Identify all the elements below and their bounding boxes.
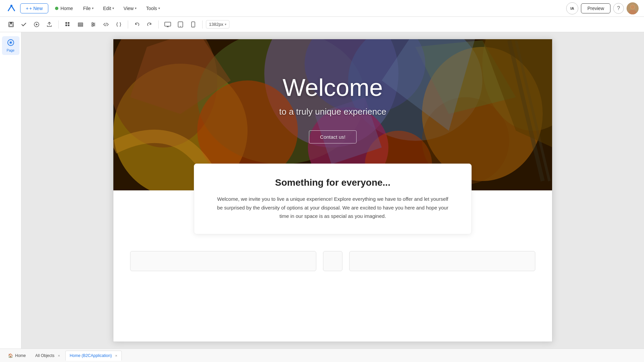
bottom-card-2 — [323, 251, 342, 271]
top-toolbar: + + New Home File ▾ Edit ▾ View ▾ Tools … — [0, 0, 644, 17]
new-button[interactable]: + + New — [20, 3, 48, 13]
ia-button[interactable]: IA — [566, 2, 578, 14]
user-avatar[interactable] — [627, 2, 639, 14]
canvas-area[interactable]: logo About Us History Options Orders Con… — [21, 32, 644, 349]
new-label: + New — [29, 6, 43, 11]
content-card: Something for everyone... Welcome, we in… — [194, 164, 472, 234]
separator — [202, 20, 203, 28]
chevron-down-icon: ▾ — [112, 6, 114, 10]
layers-tool[interactable] — [75, 19, 86, 30]
tab-all-objects-label: All Objects — [35, 353, 54, 358]
separator — [158, 20, 159, 28]
plus-icon: + — [26, 6, 29, 11]
content-text: Welcome, we invite you to live a unique … — [215, 195, 450, 221]
tab-current-label: Home (B2CApplication) — [70, 353, 112, 358]
second-toolbar: 1382px ▾ — [0, 17, 644, 32]
svg-point-21 — [93, 24, 95, 25]
redo-tool[interactable] — [144, 19, 155, 30]
bottom-card-3 — [349, 251, 535, 271]
separator — [128, 20, 128, 28]
tab-close-icon[interactable]: × — [58, 354, 60, 358]
tools-menu[interactable]: Tools ▾ — [143, 4, 163, 13]
svg-rect-10 — [65, 22, 67, 24]
tablet-view-tool[interactable] — [175, 19, 186, 30]
svg-rect-24 — [165, 22, 171, 26]
page-label: Page — [7, 49, 14, 52]
px-value: 1382px — [209, 22, 223, 27]
svg-marker-9 — [36, 23, 38, 25]
chevron-down-icon: ▾ — [158, 6, 160, 10]
tab-home-label: Home — [15, 353, 26, 358]
desktop-view-tool[interactable] — [162, 19, 173, 30]
site-bottom-section — [113, 244, 552, 278]
question-icon: ? — [617, 5, 620, 11]
home-label: Home — [60, 6, 73, 11]
bottom-card-1 — [130, 251, 316, 271]
hero-cta-button[interactable]: Contact us! — [309, 130, 357, 143]
grid-tool[interactable] — [62, 19, 73, 30]
canvas-size-display[interactable]: 1382px ▾ — [206, 20, 229, 28]
chevron-down-icon: ▾ — [225, 22, 226, 26]
home-icon: 🏠 — [8, 353, 13, 358]
main-layout: Page — [0, 32, 644, 349]
svg-point-22 — [92, 25, 93, 26]
svg-point-4 — [631, 5, 635, 9]
tab-close-icon[interactable]: × — [115, 354, 117, 358]
separator — [58, 20, 59, 28]
chevron-down-icon: ▾ — [92, 6, 94, 10]
svg-rect-13 — [68, 24, 69, 26]
app-logo — [5, 2, 17, 14]
bottom-tabbar: 🏠 Home All Objects × Home (B2CApplicatio… — [0, 349, 644, 362]
save-tool[interactable] — [5, 19, 17, 30]
home-indicator: Home — [51, 4, 77, 13]
tab-all-objects[interactable]: All Objects × — [31, 351, 64, 361]
content-title: Something for everyone... — [208, 177, 458, 188]
tab-current[interactable]: Home (B2CApplication) × — [65, 351, 122, 361]
svg-point-30 — [193, 26, 194, 26]
svg-line-23 — [106, 23, 106, 26]
export-tool[interactable] — [44, 19, 55, 30]
site-header: logo About Us History Options Orders Con… — [113, 39, 552, 39]
settings-tool[interactable] — [88, 19, 99, 30]
check-tool[interactable] — [18, 19, 30, 30]
page-icon — [7, 39, 14, 48]
svg-rect-16 — [78, 25, 83, 26]
chevron-down-icon: ▾ — [135, 6, 137, 10]
sidebar-item-page[interactable]: Page — [2, 36, 19, 55]
code-tool[interactable] — [100, 19, 112, 30]
view-menu[interactable]: View ▾ — [120, 4, 140, 13]
file-menu[interactable]: File ▾ — [80, 4, 97, 13]
home-status-dot — [55, 7, 58, 10]
svg-rect-6 — [10, 22, 12, 24]
edit-menu[interactable]: Edit ▾ — [100, 4, 117, 13]
svg-point-28 — [180, 26, 181, 26]
hero-title: Welcome — [283, 74, 383, 101]
preview-button[interactable]: Preview — [581, 3, 610, 13]
svg-point-0 — [10, 5, 12, 7]
svg-rect-14 — [78, 23, 83, 24]
sidebar: Page — [0, 32, 21, 349]
undo-tool[interactable] — [131, 19, 143, 30]
mobile-view-tool[interactable] — [187, 19, 199, 30]
play-tool[interactable] — [31, 19, 42, 30]
svg-point-20 — [92, 22, 93, 24]
markup-tool[interactable] — [113, 19, 124, 30]
tab-home[interactable]: 🏠 Home — [4, 351, 30, 361]
help-button[interactable]: ? — [613, 3, 624, 14]
hero-subtitle: to a truly unique experience — [279, 107, 386, 117]
svg-rect-12 — [65, 24, 67, 26]
svg-rect-11 — [68, 22, 69, 24]
svg-point-33 — [10, 42, 11, 44]
website-canvas: logo About Us History Options Orders Con… — [113, 39, 552, 342]
svg-rect-7 — [9, 24, 13, 26]
svg-rect-15 — [78, 24, 83, 25]
